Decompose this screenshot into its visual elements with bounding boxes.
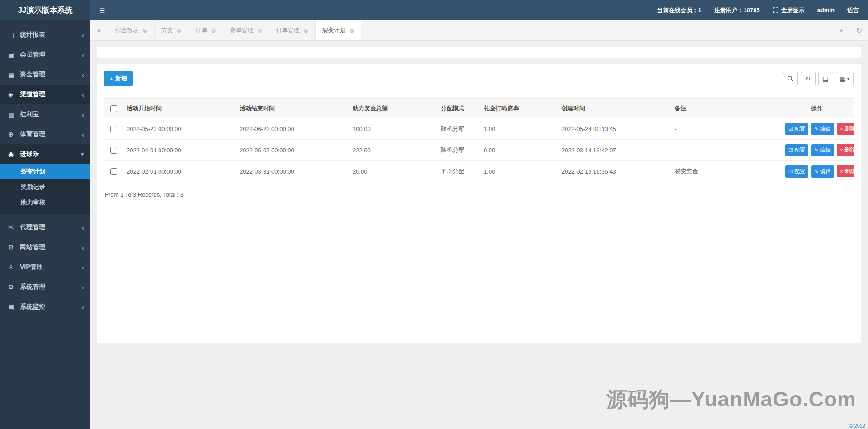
column-header-remark: 备注 <box>671 99 780 118</box>
sidebar-item-system-monitor[interactable]: ▣ 系统监控 ‹ <box>0 297 90 317</box>
columns-button[interactable]: ▦ ▾ <box>836 72 854 85</box>
gear-icon: ⚙ <box>8 283 19 291</box>
column-header-actions: 操作 <box>780 99 854 118</box>
tab-fission-plan[interactable]: 裂变计划 ⊗ <box>316 20 362 40</box>
tab-plan[interactable]: 方案 ⊗ <box>155 20 189 40</box>
sidebar-spacer <box>0 214 90 217</box>
close-icon[interactable]: ⊗ <box>211 27 216 34</box>
delete-button[interactable]: ×删除 <box>837 165 854 177</box>
delete-button[interactable]: ×删除 <box>837 123 854 135</box>
sports-icon: ⊕ <box>8 131 19 138</box>
tabs-refresh-button[interactable]: ↻ <box>850 20 868 40</box>
content-area: + 新增 ↻ ▤ ▦ <box>90 41 868 343</box>
table-row: 2022-05-23 00:00:00 2022-06-23 00:00:00 … <box>104 118 854 140</box>
funds-icon: ▦ <box>8 71 19 78</box>
sidebar-subitem-assist-review[interactable]: 助力审核 <box>0 195 90 210</box>
fullscreen-icon <box>773 7 778 13</box>
delete-button[interactable]: ×删除 <box>837 144 854 156</box>
table-row: 2022-02-01 00:00:00 2022-03-31 00:00:00 … <box>104 161 854 182</box>
sidebar-item-label: 代理管理 <box>20 223 82 231</box>
gears-icon: ⚙ <box>8 244 19 251</box>
search-button[interactable] <box>783 72 798 85</box>
sidebar-item-goal-fun[interactable]: ◉ 进球乐 ▾ <box>0 144 90 164</box>
fullscreen-button[interactable]: 全屏显示 <box>773 6 805 14</box>
add-button[interactable]: + 新增 <box>104 71 133 86</box>
language-menu[interactable]: 语言 <box>847 6 859 14</box>
sidebar-subitem-reward-records[interactable]: 奖励记录 <box>0 179 90 195</box>
close-icon[interactable]: ⊗ <box>257 27 262 34</box>
tab-order-mgmt[interactable]: 订单管理 ⊗ <box>269 20 316 40</box>
person-icon: ♙ <box>8 264 19 271</box>
chevron-left-icon: ‹ <box>82 51 84 59</box>
cell-bonus-total: 20.00 <box>349 161 437 182</box>
sidebar-item-label: 系统管理 <box>20 283 82 291</box>
sidebar-item-bonus-treasure[interactable]: ▥ 红利宝 ‹ <box>0 104 90 124</box>
cell-mode: 平均分配 <box>437 161 480 182</box>
column-header-mode: 分配模式 <box>437 99 480 118</box>
cell-bonus-total: 222.00 <box>349 140 437 161</box>
config-button[interactable]: ☑配置 <box>785 123 808 135</box>
chevron-left-icon: ‹ <box>82 111 84 118</box>
sidebar-item-label: 渠道管理 <box>20 90 82 99</box>
cell-remark: - <box>671 140 780 161</box>
sidebar-item-funds-mgmt[interactable]: ▦ 资金管理 ‹ <box>0 65 90 85</box>
sidebar-item-channel-mgmt[interactable]: ◈ 渠道管理 ‹ <box>0 85 90 104</box>
edit-icon: ✎ <box>815 169 819 174</box>
tab-event-mgmt[interactable]: 赛事管理 ⊗ <box>223 20 269 40</box>
list-view-button[interactable]: ▤ <box>818 72 833 85</box>
online-members-count: 当前在线会员：1 <box>657 6 701 14</box>
sidebar-item-label: 红利宝 <box>20 110 82 118</box>
select-all-checkbox[interactable] <box>110 105 117 112</box>
close-icon[interactable]: ⊗ <box>142 27 147 34</box>
header-right: 当前在线会员：1 注册用户：10785 全屏显示 admin 语言 <box>657 6 868 14</box>
edit-icon: ✎ <box>815 147 819 153</box>
menu-toggle-button[interactable]: ≡ <box>90 0 114 20</box>
delete-icon: × <box>840 126 843 132</box>
envelope-icon: ✉ <box>8 224 19 231</box>
config-button[interactable]: ☑配置 <box>785 165 808 178</box>
sidebar-item-member-mgmt[interactable]: ▣ 会员管理 ‹ <box>0 45 90 65</box>
tabs-scroll-right-button[interactable]: » <box>832 20 850 40</box>
chevron-left-icon: ‹ <box>82 31 84 39</box>
sidebar-item-label: 进球乐 <box>20 150 80 158</box>
sidebar-item-sports-mgmt[interactable]: ⊕ 体育管理 ‹ <box>0 124 90 144</box>
chevron-left-icon: ‹ <box>82 303 84 311</box>
close-icon[interactable]: ⊗ <box>177 27 182 34</box>
tabs-scroll-left-button[interactable]: « <box>90 20 108 40</box>
row-checkbox[interactable] <box>110 147 117 154</box>
tab-label: 综合报表 <box>115 26 139 34</box>
column-header-end-time: 活动结束时间 <box>236 99 349 118</box>
config-icon: ☑ <box>788 169 793 174</box>
sidebar-item-site-mgmt[interactable]: ⚙ 网站管理 ‹ <box>0 237 90 257</box>
cell-wager-rate: 1.00 <box>480 118 558 140</box>
config-button[interactable]: ☑配置 <box>785 144 808 156</box>
cell-start-time: 2022-04-01 00:00:00 <box>123 140 236 161</box>
user-menu[interactable]: admin <box>817 7 835 14</box>
sidebar-item-agent-mgmt[interactable]: ✉ 代理管理 ‹ <box>0 217 90 237</box>
refresh-icon: ↻ <box>805 75 811 82</box>
cell-created: 2022-03-14 13:42:07 <box>558 140 671 161</box>
edit-button[interactable]: ✎编辑 <box>811 144 834 156</box>
sidebar-item-label: 网站管理 <box>20 243 82 251</box>
footer-copyright: © 2022 <box>849 423 865 429</box>
close-icon[interactable]: ⊗ <box>303 27 308 34</box>
row-checkbox[interactable] <box>110 168 117 175</box>
sidebar-item-stats-report[interactable]: ▤ 统计报表 ‹ <box>0 25 90 45</box>
sidebar-item-system-mgmt[interactable]: ⚙ 系统管理 ‹ <box>0 277 90 297</box>
sidebar: JJ演示版本系统 ▤ 统计报表 ‹ ▣ 会员管理 ‹ ▦ 资金管理 ‹ ◈ 渠道… <box>0 0 90 429</box>
cell-start-time: 2022-05-23 00:00:00 <box>123 118 236 140</box>
row-checkbox[interactable] <box>110 126 117 132</box>
column-header-wager-rate: 礼金打码倍率 <box>480 99 558 118</box>
sidebar-subitem-fission-plan[interactable]: 裂变计划 <box>0 164 90 179</box>
tab-orders[interactable]: 订单 ⊗ <box>189 20 223 40</box>
chevron-down-icon: ▾ <box>80 150 84 158</box>
close-icon[interactable]: ⊗ <box>349 27 354 34</box>
chevron-left-icon: ‹ <box>82 71 84 79</box>
sidebar-item-vip-mgmt[interactable]: ♙ VIP管理 ‹ <box>0 257 90 277</box>
tab-overall-report[interactable]: 综合报表 ⊗ <box>108 20 155 40</box>
camera-icon: ▣ <box>8 303 19 311</box>
config-button-label: 配置 <box>794 125 805 133</box>
edit-button[interactable]: ✎编辑 <box>811 123 834 135</box>
refresh-button[interactable]: ↻ <box>801 72 816 85</box>
edit-button[interactable]: ✎编辑 <box>811 165 834 178</box>
